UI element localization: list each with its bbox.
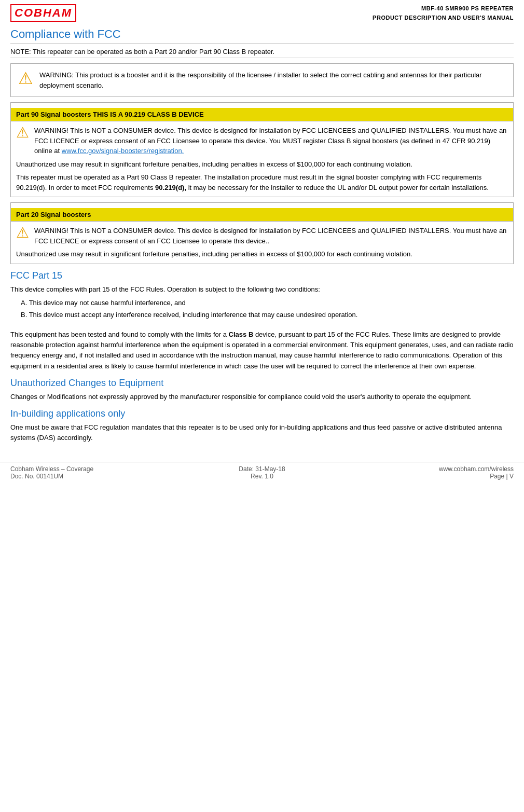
part20-warning-text: WARNING! This is NOT a CONSUMER device. … bbox=[34, 226, 508, 246]
footer-right-line2: Page | V bbox=[346, 473, 514, 480]
footer-left-line2: Doc. No. 00141UM bbox=[10, 473, 178, 480]
warning-box: ⚠ WARNING: This product is a booster and… bbox=[10, 63, 514, 97]
part90-para1: Unauthorized use may result in significa… bbox=[16, 159, 508, 170]
footer-center-line1: Date: 31-May-18 bbox=[178, 465, 346, 473]
part20-header: Part 20 Signal boosters bbox=[11, 208, 513, 222]
main-content: Compliance with FCC NOTE: This repeater … bbox=[0, 24, 524, 451]
part90-content: ⚠ WARNING! This is NOT a CONSUMER device… bbox=[11, 121, 513, 197]
part90-header: Part 90 Signal boosters THIS IS A 90.219… bbox=[11, 108, 513, 121]
part20-section: Part 20 Signal boosters ⚠ WARNING! This … bbox=[10, 202, 514, 264]
page-footer: Cobham Wireless – Coverage Doc. No. 0014… bbox=[0, 462, 524, 483]
inbuilding-text: One must be aware that FCC regulation ma… bbox=[10, 422, 514, 443]
part90-section: Part 90 Signal boosters THIS IS A 90.219… bbox=[10, 102, 514, 197]
warning-text: WARNING: This product is a booster and i… bbox=[39, 70, 506, 90]
part90-warning-text: WARNING! This is NOT a CONSUMER device. … bbox=[34, 126, 508, 156]
fcc15-title: FCC Part 15 bbox=[10, 270, 514, 281]
footer-right-line1: www.cobham.com/wireless bbox=[346, 465, 514, 473]
fcc15-condition-a: A. This device may not cause harmful int… bbox=[21, 298, 514, 308]
footer-right: www.cobham.com/wireless Page | V bbox=[346, 465, 514, 480]
doc-title-line2: PRODUCT DESCRIPTION AND USER'S MANUAL bbox=[373, 13, 514, 23]
logo-area: COBHAM bbox=[10, 4, 78, 22]
fcc15-para1: This equipment has been tested and found… bbox=[10, 329, 514, 371]
logo-box: COBHAM bbox=[10, 4, 76, 22]
page-title: Compliance with FCC bbox=[10, 27, 514, 44]
footer-center-line2: Rev. 1.0 bbox=[178, 473, 346, 480]
footer-left-line1: Cobham Wireless – Coverage bbox=[10, 465, 178, 473]
part20-warning-row: ⚠ WARNING! This is NOT a CONSUMER device… bbox=[16, 226, 508, 246]
footer-left: Cobham Wireless – Coverage Doc. No. 0014… bbox=[10, 465, 178, 480]
fcc15-condition-b: B. This device must accept any interfere… bbox=[21, 310, 514, 320]
part20-warning-icon: ⚠ bbox=[16, 226, 29, 240]
inbuilding-title: In-building applications only bbox=[10, 408, 514, 419]
note-bar: NOTE: This repeater can be operated as b… bbox=[10, 46, 514, 58]
logo-text: COBHAM bbox=[15, 6, 72, 19]
warning-icon: ⚠ bbox=[18, 70, 33, 87]
part90-warning-icon: ⚠ bbox=[16, 126, 29, 140]
part90-para2: This repeater must be operated as a Part… bbox=[16, 172, 508, 192]
unauthorized-text: Changes or Modifications not expressly a… bbox=[10, 392, 514, 402]
part90-warning-row: ⚠ WARNING! This is NOT a CONSUMER device… bbox=[16, 126, 508, 156]
page-header: COBHAM MBF-40 SMR900 PS REPEATER PRODUCT… bbox=[0, 0, 524, 24]
fcc15-intro: This device complies with part 15 of the… bbox=[10, 284, 514, 295]
unauthorized-title: Unauthorized Changes to Equipment bbox=[10, 378, 514, 389]
part90-link[interactable]: www.fcc.gov/signal-boosters/registration… bbox=[62, 147, 184, 155]
part20-content: ⚠ WARNING! This is NOT a CONSUMER device… bbox=[11, 222, 513, 264]
footer-center: Date: 31-May-18 Rev. 1.0 bbox=[178, 465, 346, 480]
part20-para1: Unauthorized use may result in significa… bbox=[16, 249, 508, 259]
doc-title: MBF-40 SMR900 PS REPEATER PRODUCT DESCRI… bbox=[373, 4, 514, 22]
doc-title-line1: MBF-40 SMR900 PS REPEATER bbox=[373, 4, 514, 13]
